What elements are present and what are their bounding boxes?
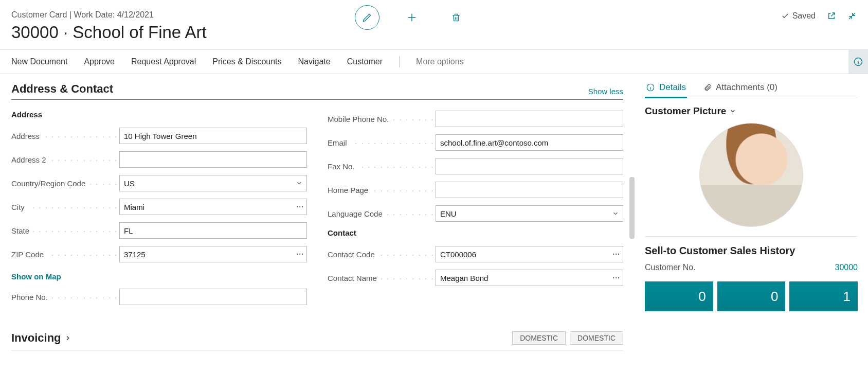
cmd-navigate[interactable]: Navigate xyxy=(298,57,331,66)
cmd-request-approval[interactable]: Request Approval xyxy=(131,57,196,66)
mobile-field[interactable] xyxy=(436,111,623,127)
customer-no-value[interactable]: 30000 xyxy=(835,263,858,272)
edit-button[interactable] xyxy=(355,5,379,30)
chevron-down-icon[interactable] xyxy=(612,210,619,217)
tab-details[interactable]: Details xyxy=(645,79,687,98)
zip-field[interactable] xyxy=(119,246,307,262)
phone-field[interactable] xyxy=(119,289,307,305)
label-mobile: Mobile Phone No. xyxy=(328,115,392,123)
divider xyxy=(645,236,858,237)
tab-details-label: Details xyxy=(659,82,686,93)
fax-field[interactable] xyxy=(436,158,623,174)
contact-code-field[interactable] xyxy=(436,246,623,262)
chevron-down-icon xyxy=(729,108,736,115)
main-content: Address & Contact Show less Address Addr… xyxy=(0,74,635,382)
tab-attachments[interactable]: Attachments (0) xyxy=(702,79,779,98)
command-bar: New Document Approve Request Approval Pr… xyxy=(0,49,868,74)
factbox-pane: Details Attachments (0) Customer Picture… xyxy=(635,74,868,382)
ellipsis-icon[interactable]: ··· xyxy=(612,274,620,282)
label-homepage: Home Page xyxy=(328,186,371,194)
show-on-map-link[interactable]: Show on Map xyxy=(11,272,61,281)
info-icon xyxy=(646,83,655,92)
customer-picture-header[interactable]: Customer Picture xyxy=(645,105,858,117)
cmd-more-options[interactable]: More options xyxy=(416,57,464,66)
plus-icon xyxy=(406,12,418,23)
homepage-field[interactable] xyxy=(436,182,623,198)
new-button[interactable] xyxy=(400,6,424,29)
label-address2: Address 2 xyxy=(11,155,49,164)
state-field[interactable] xyxy=(119,222,307,239)
cmd-approve[interactable]: Approve xyxy=(84,57,115,66)
contact-name-field[interactable] xyxy=(436,270,623,286)
cue-tile-1[interactable]: 0 xyxy=(645,281,713,311)
chevron-down-icon[interactable] xyxy=(296,180,303,187)
divider xyxy=(399,56,400,67)
collapse-button[interactable] xyxy=(847,11,857,21)
saved-label: Saved xyxy=(792,11,816,21)
show-less-link[interactable]: Show less xyxy=(588,87,623,96)
group-contact: Contact xyxy=(328,228,623,237)
ellipsis-icon[interactable]: ··· xyxy=(612,250,620,258)
cmd-prices-discounts[interactable]: Prices & Discounts xyxy=(212,57,281,66)
chevron-right-icon xyxy=(64,334,71,342)
label-city: City xyxy=(11,203,28,211)
label-phone: Phone No. xyxy=(11,293,51,302)
fasttab-invoicing-title: Invoicing xyxy=(11,331,61,345)
email-field[interactable] xyxy=(436,134,623,151)
check-icon xyxy=(781,12,789,20)
fasttab-title: Address & Contact xyxy=(11,82,113,96)
city-field[interactable] xyxy=(119,199,307,215)
cmd-new-document[interactable]: New Document xyxy=(11,57,67,66)
fasttab-invoicing[interactable]: Invoicing DOMESTIC DOMESTIC xyxy=(11,326,623,350)
country-field[interactable] xyxy=(119,175,307,191)
fasttab-address-contact-header[interactable]: Address & Contact Show less xyxy=(11,82,623,100)
saved-status: Saved xyxy=(781,11,816,21)
paperclip-icon xyxy=(703,83,712,92)
invoicing-summary-1: DOMESTIC xyxy=(512,331,566,345)
info-panel-toggle[interactable] xyxy=(848,50,868,74)
language-field[interactable] xyxy=(436,205,623,222)
label-country: Country/Region Code xyxy=(11,179,88,188)
customer-no-label: Customer No. xyxy=(645,263,696,272)
group-address: Address xyxy=(11,110,307,119)
delete-button[interactable] xyxy=(444,6,468,29)
ellipsis-icon[interactable]: ··· xyxy=(296,250,304,258)
customer-picture[interactable] xyxy=(699,123,803,227)
cue-tile-3[interactable]: 1 xyxy=(789,281,858,311)
label-zip: ZIP Code xyxy=(11,250,47,259)
label-contact-name: Contact Name xyxy=(328,274,380,282)
invoicing-summary-2: DOMESTIC xyxy=(570,331,623,345)
label-email: Email xyxy=(328,138,350,147)
pencil-icon xyxy=(362,12,372,23)
address-field[interactable] xyxy=(119,128,307,144)
label-state: State xyxy=(11,226,32,235)
cmd-customer[interactable]: Customer xyxy=(347,57,383,66)
customer-picture-title: Customer Picture xyxy=(645,105,726,117)
cue-tile-2[interactable]: 0 xyxy=(717,281,786,311)
label-language: Language Code xyxy=(328,209,386,218)
label-contact-code: Contact Code xyxy=(328,250,378,259)
ellipsis-icon[interactable]: ··· xyxy=(296,203,304,211)
scrollbar[interactable] xyxy=(629,177,635,239)
tab-attachments-label: Attachments (0) xyxy=(716,82,777,93)
label-fax: Fax No. xyxy=(328,162,358,171)
sales-history-title: Sell-to Customer Sales History xyxy=(645,245,858,257)
label-address: Address xyxy=(11,132,43,140)
pop-out-button[interactable] xyxy=(827,11,836,21)
info-icon xyxy=(853,57,863,67)
trash-icon xyxy=(451,12,461,23)
address2-field[interactable] xyxy=(119,151,307,168)
